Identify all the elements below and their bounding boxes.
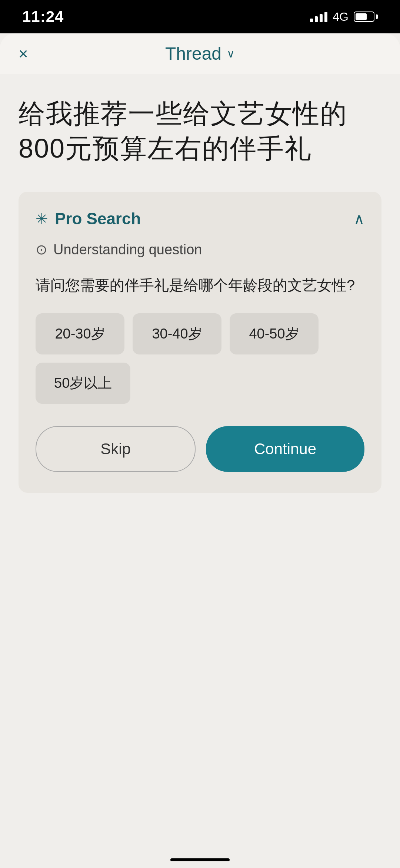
network-label: 4G [333, 10, 349, 24]
understanding-label: Understanding question [53, 242, 202, 258]
question-circle-icon: ⊙ [36, 241, 47, 258]
pro-search-card: ✳ Pro Search ∧ ⊙ Understanding question … [19, 192, 381, 493]
age-option-1[interactable]: 20-30岁 [36, 313, 124, 354]
battery-icon [354, 11, 378, 22]
pro-search-star-icon: ✳ [36, 210, 48, 227]
signal-icon [310, 11, 327, 22]
pro-search-title-group: ✳ Pro Search [36, 209, 141, 228]
header: × Thread ∨ [0, 33, 400, 74]
chevron-down-icon[interactable]: ∨ [227, 47, 235, 60]
pro-search-header: ✳ Pro Search ∧ [36, 209, 364, 228]
age-option-2[interactable]: 30-40岁 [133, 313, 221, 354]
action-buttons: Skip Continue [36, 426, 364, 472]
skip-button[interactable]: Skip [36, 426, 196, 472]
understanding-row: ⊙ Understanding question [36, 241, 364, 258]
age-option-4[interactable]: 50岁以上 [36, 363, 130, 404]
status-icons: 4G [310, 10, 378, 24]
sub-question: 请问您需要的伴手礼是给哪个年龄段的文艺女性? [36, 274, 364, 296]
main-content: 给我推荐一些给文艺女性的800元预算左右的伴手礼 ✳ Pro Search ∧ … [0, 74, 400, 508]
age-options-grid: 20-30岁 30-40岁 40-50岁 50岁以上 [36, 313, 364, 404]
app-container: × Thread ∨ 给我推荐一些给文艺女性的800元预算左右的伴手礼 ✳ Pr… [0, 33, 400, 868]
continue-button[interactable]: Continue [206, 426, 364, 472]
close-button[interactable]: × [19, 44, 28, 63]
header-title: Thread [165, 43, 221, 64]
collapse-icon[interactable]: ∧ [354, 210, 364, 227]
header-title-group: Thread ∨ [165, 43, 235, 64]
home-indicator [170, 858, 230, 861]
pro-search-title: Pro Search [55, 209, 141, 228]
question-title: 给我推荐一些给文艺女性的800元预算左右的伴手礼 [19, 96, 381, 166]
age-option-3[interactable]: 40-50岁 [230, 313, 319, 354]
status-bar: 11:24 4G [0, 0, 400, 33]
status-time: 11:24 [22, 8, 64, 26]
